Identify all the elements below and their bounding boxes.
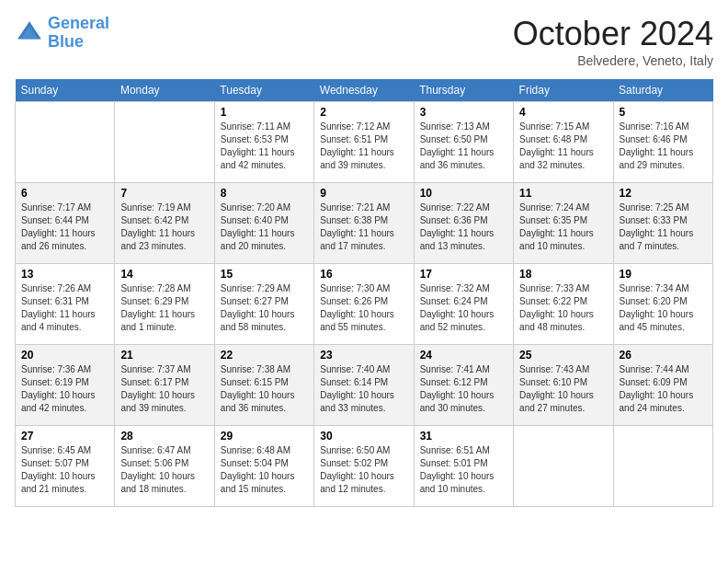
calendar-cell: 23Sunrise: 7:40 AM Sunset: 6:14 PM Dayli… [314,345,414,426]
day-info: Sunrise: 7:37 AM Sunset: 6:17 PM Dayligh… [120,363,208,415]
day-of-week-header: Thursday [414,79,513,102]
day-info: Sunrise: 6:47 AM Sunset: 5:06 PM Dayligh… [120,444,208,496]
day-info: Sunrise: 7:15 AM Sunset: 6:48 PM Dayligh… [519,121,607,172]
calendar-cell: 7Sunrise: 7:19 AM Sunset: 6:42 PM Daylig… [115,183,214,264]
day-info: Sunrise: 7:33 AM Sunset: 6:22 PM Dayligh… [519,282,607,334]
day-info: Sunrise: 7:22 AM Sunset: 6:36 PM Dayligh… [420,201,507,253]
day-info: Sunrise: 7:20 AM Sunset: 6:40 PM Dayligh… [221,201,308,253]
day-of-week-header: Monday [115,79,214,102]
calendar-week-row: 1Sunrise: 7:11 AM Sunset: 6:53 PM Daylig… [16,102,713,183]
logo-icon [15,18,44,48]
day-number: 1 [221,106,308,119]
day-number: 3 [420,106,507,119]
day-info: Sunrise: 7:16 AM Sunset: 6:46 PM Dayligh… [620,121,707,172]
calendar-cell: 29Sunrise: 6:48 AM Sunset: 5:04 PM Dayli… [214,426,313,507]
day-number: 19 [620,268,707,281]
calendar-cell [16,102,115,183]
day-number: 30 [320,430,407,442]
day-number: 6 [21,187,108,200]
day-number: 27 [21,430,108,442]
calendar-cell: 17Sunrise: 7:32 AM Sunset: 6:24 PM Dayli… [414,264,513,345]
day-info: Sunrise: 7:41 AM Sunset: 6:12 PM Dayligh… [420,363,507,415]
day-info: Sunrise: 7:30 AM Sunset: 6:26 PM Dayligh… [320,282,407,334]
page-header: General Blue October 2024 Belvedere, Ven… [15,15,713,68]
calendar-cell [115,102,214,183]
day-number: 5 [620,106,707,119]
day-of-week-header: Wednesday [314,79,414,102]
day-number: 24 [420,349,507,362]
day-info: Sunrise: 7:44 AM Sunset: 6:09 PM Dayligh… [620,363,707,415]
day-of-week-header: Saturday [613,79,712,102]
calendar-cell: 10Sunrise: 7:22 AM Sunset: 6:36 PM Dayli… [414,183,513,264]
calendar-cell: 31Sunrise: 6:51 AM Sunset: 5:01 PM Dayli… [414,426,513,507]
day-info: Sunrise: 7:29 AM Sunset: 6:27 PM Dayligh… [221,282,308,334]
day-info: Sunrise: 7:34 AM Sunset: 6:20 PM Dayligh… [620,282,707,334]
day-info: Sunrise: 7:24 AM Sunset: 6:35 PM Dayligh… [519,201,607,253]
day-info: Sunrise: 7:36 AM Sunset: 6:19 PM Dayligh… [21,363,108,415]
day-info: Sunrise: 7:11 AM Sunset: 6:53 PM Dayligh… [221,121,308,172]
day-of-week-header: Sunday [16,79,115,102]
calendar-cell: 15Sunrise: 7:29 AM Sunset: 6:27 PM Dayli… [214,264,313,345]
calendar-cell: 28Sunrise: 6:47 AM Sunset: 5:06 PM Dayli… [115,426,214,507]
day-info: Sunrise: 6:48 AM Sunset: 5:04 PM Dayligh… [221,444,308,496]
calendar-cell: 25Sunrise: 7:43 AM Sunset: 6:10 PM Dayli… [514,345,613,426]
calendar-cell: 11Sunrise: 7:24 AM Sunset: 6:35 PM Dayli… [514,183,613,264]
calendar-cell: 1Sunrise: 7:11 AM Sunset: 6:53 PM Daylig… [214,102,313,183]
calendar-cell: 14Sunrise: 7:28 AM Sunset: 6:29 PM Dayli… [115,264,214,345]
day-number: 22 [221,349,308,362]
day-info: Sunrise: 7:21 AM Sunset: 6:38 PM Dayligh… [320,201,407,253]
calendar-cell: 26Sunrise: 7:44 AM Sunset: 6:09 PM Dayli… [613,345,712,426]
calendar-cell: 13Sunrise: 7:26 AM Sunset: 6:31 PM Dayli… [16,264,115,345]
day-info: Sunrise: 7:19 AM Sunset: 6:42 PM Dayligh… [120,201,208,253]
day-info: Sunrise: 7:38 AM Sunset: 6:15 PM Dayligh… [221,363,308,415]
day-info: Sunrise: 7:32 AM Sunset: 6:24 PM Dayligh… [420,282,507,334]
calendar-cell: 24Sunrise: 7:41 AM Sunset: 6:12 PM Dayli… [414,345,513,426]
day-info: Sunrise: 7:25 AM Sunset: 6:33 PM Dayligh… [620,201,707,253]
calendar-cell: 9Sunrise: 7:21 AM Sunset: 6:38 PM Daylig… [314,183,414,264]
calendar-cell: 6Sunrise: 7:17 AM Sunset: 6:44 PM Daylig… [16,183,115,264]
day-info: Sunrise: 7:40 AM Sunset: 6:14 PM Dayligh… [320,363,407,415]
calendar-cell: 22Sunrise: 7:38 AM Sunset: 6:15 PM Dayli… [214,345,313,426]
day-number: 16 [320,268,407,281]
day-number: 10 [420,187,507,200]
day-info: Sunrise: 7:17 AM Sunset: 6:44 PM Dayligh… [21,201,108,253]
day-info: Sunrise: 6:45 AM Sunset: 5:07 PM Dayligh… [21,444,108,496]
day-number: 15 [221,268,308,281]
day-number: 11 [519,187,607,200]
day-number: 23 [320,349,407,362]
calendar-week-row: 6Sunrise: 7:17 AM Sunset: 6:44 PM Daylig… [16,183,713,264]
day-info: Sunrise: 7:12 AM Sunset: 6:51 PM Dayligh… [320,121,407,172]
calendar-cell: 3Sunrise: 7:13 AM Sunset: 6:50 PM Daylig… [414,102,513,183]
day-number: 12 [620,187,707,200]
calendar-cell: 4Sunrise: 7:15 AM Sunset: 6:48 PM Daylig… [514,102,613,183]
day-number: 21 [120,349,208,362]
day-number: 2 [320,106,407,119]
day-info: Sunrise: 7:26 AM Sunset: 6:31 PM Dayligh… [21,282,108,334]
day-number: 18 [519,268,607,281]
calendar-cell: 19Sunrise: 7:34 AM Sunset: 6:20 PM Dayli… [613,264,712,345]
day-info: Sunrise: 7:13 AM Sunset: 6:50 PM Dayligh… [420,121,507,172]
day-number: 20 [21,349,108,362]
calendar-cell: 16Sunrise: 7:30 AM Sunset: 6:26 PM Dayli… [314,264,414,345]
logo: General Blue [15,15,109,52]
day-number: 13 [21,268,108,281]
logo-text: General Blue [48,15,109,52]
calendar-week-row: 20Sunrise: 7:36 AM Sunset: 6:19 PM Dayli… [16,345,713,426]
day-number: 14 [120,268,208,281]
calendar-cell [514,426,613,507]
day-number: 8 [221,187,308,200]
calendar-cell [613,426,712,507]
calendar-cell: 18Sunrise: 7:33 AM Sunset: 6:22 PM Dayli… [514,264,613,345]
calendar-cell: 30Sunrise: 6:50 AM Sunset: 5:02 PM Dayli… [314,426,414,507]
calendar-cell: 21Sunrise: 7:37 AM Sunset: 6:17 PM Dayli… [115,345,214,426]
day-number: 7 [120,187,208,200]
calendar-week-row: 13Sunrise: 7:26 AM Sunset: 6:31 PM Dayli… [16,264,713,345]
day-info: Sunrise: 7:43 AM Sunset: 6:10 PM Dayligh… [519,363,607,415]
calendar-cell: 20Sunrise: 7:36 AM Sunset: 6:19 PM Dayli… [16,345,115,426]
day-number: 31 [420,430,507,442]
day-number: 9 [320,187,407,200]
day-info: Sunrise: 6:51 AM Sunset: 5:01 PM Dayligh… [420,444,507,496]
day-number: 26 [620,349,707,362]
day-number: 29 [221,430,308,442]
location: Belvedere, Veneto, Italy [513,53,713,68]
